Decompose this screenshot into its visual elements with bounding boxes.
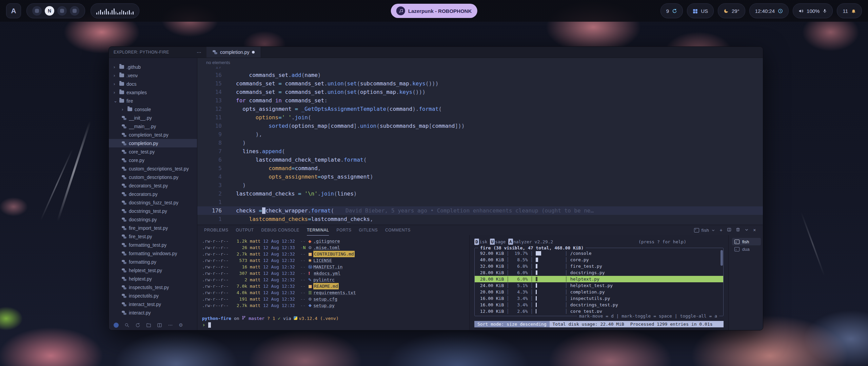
toml-file-icon: ⚙: [308, 245, 313, 251]
explorer-item-decorators.py[interactable]: decorators.py: [109, 190, 197, 198]
explorer-item-custom_descriptions.py[interactable]: custom_descriptions.py: [109, 173, 197, 181]
explorer-item-decorators_test.py[interactable]: decorators_test.py: [109, 181, 197, 190]
explorer-item-formatting_windows.py[interactable]: formatting_windows.py: [109, 249, 197, 258]
chevron-down-icon[interactable]: [745, 228, 749, 233]
explorer-item-__init__.py[interactable]: __init__.py: [109, 114, 197, 122]
explorer-item-core.py[interactable]: core.py: [109, 156, 197, 164]
split-terminal-icon[interactable]: [727, 227, 731, 233]
dua-scrollbar[interactable]: [721, 250, 723, 266]
explorer-item-.venv[interactable]: ›.venv: [109, 71, 197, 80]
kill-terminal-icon[interactable]: [736, 227, 740, 233]
yml-file-icon: !: [308, 270, 314, 277]
dua-list: 92.00 KiB│19.7%││/console40.00 KiB│8.5%│…: [475, 250, 723, 314]
weather-pill[interactable]: 29°: [718, 3, 745, 18]
explorer-item-formatting_test.py[interactable]: formatting_test.py: [109, 241, 197, 249]
panel-tab-ports[interactable]: PORTS: [336, 225, 351, 236]
explorer-item-fire[interactable]: ⌄fire: [109, 97, 197, 105]
explorer-item-helptext_test.py[interactable]: helptext_test.py: [109, 266, 197, 274]
explorer-item-core_test.py[interactable]: core_test.py: [109, 147, 197, 156]
file-link[interactable]: mkdocs.yml: [314, 270, 340, 277]
dua-row-core.py[interactable]: 40.00 KiB│8.5%││core.py: [475, 257, 723, 263]
dua-row-completion.py[interactable]: 20.00 KiB│4.3%││completion.py: [475, 289, 723, 295]
file-link[interactable]: pylintrc: [313, 277, 335, 283]
dua-pane[interactable]: Disk Usage Analyzer v2.29.2 (press ? for…: [469, 235, 728, 330]
explorer-item-__main__.py[interactable]: __main__.py: [109, 122, 197, 130]
terminal-profile-selector[interactable]: fish: [694, 228, 715, 233]
keyboard-layout-pill[interactable]: US: [687, 3, 714, 18]
split-layout-icon[interactable]: [157, 323, 162, 328]
explorer-item-helptext.py[interactable]: helptext.py: [109, 274, 197, 283]
app-icon[interactable]: [57, 6, 67, 16]
file-link[interactable]: setup.py: [313, 302, 335, 309]
explorer-item-fire_import_test.py[interactable]: fire_import_test.py: [109, 224, 197, 232]
file-link[interactable]: setup.cfg: [313, 296, 337, 302]
explorer-item-examples[interactable]: ›examples: [109, 88, 197, 97]
clock-icon: [778, 8, 783, 14]
python-file-icon: [122, 200, 126, 205]
explorer-item-inspectutils_test.py[interactable]: inspectutils_test.py: [109, 283, 197, 291]
gear-icon[interactable]: ⚙: [179, 322, 183, 328]
audio-visualizer-pill[interactable]: [91, 3, 139, 18]
folder-icon[interactable]: [146, 323, 151, 328]
shell-cursor-line[interactable]: ›: [202, 322, 469, 328]
audio-pill[interactable]: 100%: [793, 3, 833, 18]
terminal-tab-fish[interactable]: fish: [732, 238, 761, 245]
clock-pill[interactable]: 12:40:24: [749, 3, 789, 18]
panel-tab-terminal[interactable]: TERMINAL: [307, 225, 329, 236]
explorer-item-docs[interactable]: ›docs: [109, 80, 197, 88]
file-link[interactable]: .gitignore: [313, 238, 340, 244]
app-icon[interactable]: [70, 6, 79, 16]
explorer-item-interact_test.py[interactable]: interact_test.py: [109, 300, 197, 308]
panel-tab-output[interactable]: OUTPUT: [236, 225, 254, 236]
sync-icon[interactable]: [135, 323, 140, 328]
updates-pill[interactable]: 9: [660, 3, 683, 18]
dua-row-helptext.py[interactable]: 28.00 KiB│6.0%││helptext.py: [475, 276, 723, 282]
explorer-item-docstrings_test.py[interactable]: docstrings_test.py: [109, 207, 197, 215]
dua-row-helptext_test.py[interactable]: 24.00 KiB│5.1%││helptext_test.py: [475, 282, 723, 289]
panel-tab-debug-console[interactable]: DEBUG CONSOLE: [261, 225, 299, 236]
search-icon[interactable]: [124, 323, 130, 328]
explorer-item-formatting.py[interactable]: formatting.py: [109, 258, 197, 266]
explorer-item-completion_test.py[interactable]: completion_test.py: [109, 130, 197, 139]
taskbar-apps[interactable]: N: [26, 3, 85, 18]
explorer-item-interact.py[interactable]: interact.py: [109, 308, 197, 317]
file-link[interactable]: MANIFEST.in: [313, 264, 342, 270]
dua-row-fire_test.py[interactable]: 32.00 KiB│6.8%││fire_test.py: [475, 263, 723, 269]
dua-row-docstrings.py[interactable]: 28.00 KiB│6.0%││docstrings.py: [475, 269, 723, 276]
file-link[interactable]: CONTRIBUTING.md: [313, 251, 354, 257]
explorer-item-console[interactable]: ›console: [109, 105, 197, 114]
tab-completion-py[interactable]: completion.py: [206, 47, 261, 58]
explorer-item-docstrings_fuzz_test.py[interactable]: docstrings_fuzz_test.py: [109, 198, 197, 207]
more-icon[interactable]: [168, 323, 173, 328]
code-line-15: 15commands_set = commands_set.union(set(…: [197, 79, 763, 88]
dua-row-inspectutils.py[interactable]: 16.00 KiB│3.4%││inspectutils.py: [475, 295, 723, 302]
explorer-item-fire_test.py[interactable]: fire_test.py: [109, 232, 197, 241]
file-link[interactable]: requirements.txt: [313, 289, 356, 296]
explorer-item-custom_descriptions_test.py[interactable]: custom_descriptions_test.py: [109, 164, 197, 173]
panel-tab-comments[interactable]: COMMENTS: [385, 225, 411, 236]
modified-dot-icon[interactable]: [252, 51, 255, 54]
explorer-item-docstrings.py[interactable]: docstrings.py: [109, 215, 197, 224]
dua-row-docstrings_test.py[interactable]: 16.00 KiB│3.4%││docstrings_test.py: [475, 302, 723, 308]
code-area[interactable]: 17 """16 commands_set.add(name)15command…: [197, 67, 763, 225]
file-link[interactable]: .mise.toml: [313, 244, 340, 251]
remote-indicator-icon[interactable]: [114, 323, 119, 328]
close-panel-icon[interactable]: ×: [753, 227, 756, 233]
breadcrumb[interactable]: no elements: [197, 58, 763, 67]
terminal-tab-dua[interactable]: dua: [732, 245, 761, 253]
panel-tab-problems[interactable]: PROBLEMS: [204, 225, 229, 236]
notifications-pill[interactable]: 11: [837, 3, 862, 18]
launcher-button[interactable]: A: [6, 3, 21, 18]
panel-tab-gitlens[interactable]: GITLENS: [359, 225, 378, 236]
explorer-more-icon[interactable]: ⋯: [197, 49, 202, 55]
app-icon[interactable]: N: [45, 6, 54, 16]
app-icon[interactable]: [32, 6, 42, 16]
explorer-item-inspectutils.py[interactable]: inspectutils.py: [109, 291, 197, 300]
explorer-item-.github[interactable]: ›.github: [109, 63, 197, 71]
explorer-item-completion.py[interactable]: completion.py: [109, 139, 197, 147]
file-link[interactable]: LICENSE: [313, 257, 332, 264]
new-terminal-icon[interactable]: +: [719, 227, 723, 233]
terminal-pane[interactable]: .rw-r--r--1.2kmatt12 Aug 12:32--◆.gitign…: [197, 235, 469, 330]
media-player-pill[interactable]: Lazerpunk - ROBOPHONK: [391, 4, 477, 18]
file-link[interactable]: README.md: [313, 283, 338, 289]
